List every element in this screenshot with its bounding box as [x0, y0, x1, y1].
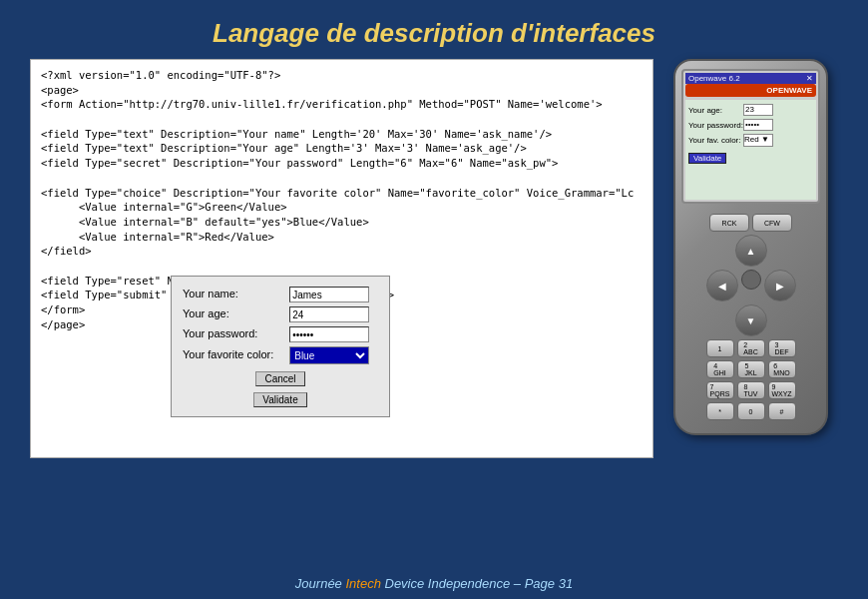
phone-validate-button[interactable]: Validate: [688, 153, 726, 164]
footer-highlight: Intech: [345, 576, 380, 591]
keypad-row-1: 1 2ABC 3DEF: [683, 339, 818, 357]
phone-row-color: Your fav. color: Red ▼: [688, 134, 813, 147]
phone-close-icon[interactable]: ✕: [806, 74, 813, 83]
phone-body: Openwave 6.2 ✕ OPENWAVE Your age: 23 You…: [673, 59, 828, 435]
keypad-btn-4[interactable]: 4GHI: [706, 360, 734, 378]
phone-label-age: Your age:: [688, 106, 743, 115]
keypad-row-nav-lr: ◀ ▶: [683, 270, 818, 301]
keypad-row-4: * 0 #: [683, 402, 818, 420]
keypad-btn-cfw[interactable]: CFW: [752, 214, 792, 232]
form-input-age[interactable]: [289, 306, 369, 322]
keypad-btn-3[interactable]: 3DEF: [768, 339, 796, 357]
keypad-btn-1[interactable]: 1: [706, 339, 734, 357]
phone-brand: OPENWAVE: [685, 84, 816, 97]
keypad-btn-star[interactable]: *: [706, 402, 734, 420]
phone-container: Openwave 6.2 ✕ OPENWAVE Your age: 23 You…: [663, 59, 838, 458]
phone-input-password[interactable]: •••••: [743, 119, 773, 131]
keypad-btn-rck[interactable]: RCK: [709, 214, 749, 232]
keypad-btn-2[interactable]: 2ABC: [737, 339, 765, 357]
keypad-row-nav-down: ▼: [683, 304, 818, 336]
phone-keypad: RCK CFW ▲ ◀ ▶ ▼ 1 2ABC 3DEF: [681, 210, 820, 425]
keypad-btn-0[interactable]: 0: [737, 402, 765, 420]
keypad-btn-9[interactable]: 9WXYZ: [768, 381, 796, 399]
phone-select-color[interactable]: Red ▼: [743, 134, 773, 147]
footer-text-post: Device Independence: [381, 576, 514, 591]
form-label-color: Your favorite color:: [180, 344, 286, 366]
form-label-age: Your age:: [180, 304, 286, 324]
keypad-row-2: 4GHI 5JKL 6MNO: [683, 360, 818, 378]
phone-label-color: Your fav. color:: [688, 136, 743, 145]
nav-cluster: ▲: [683, 235, 818, 267]
keypad-btn-5[interactable]: 5JKL: [737, 360, 765, 378]
form-label-password: Your password:: [180, 324, 286, 344]
xml-panel: <?xml version="1.0" encoding="UTF-8"?> <…: [30, 59, 653, 458]
nav-up-btn[interactable]: ▲: [735, 235, 767, 267]
keypad-btn-7[interactable]: 7PQRS: [706, 381, 734, 399]
nav-right-btn[interactable]: ▶: [764, 270, 796, 301]
form-input-password[interactable]: [289, 326, 369, 342]
form-row-age: Your age:: [180, 304, 381, 324]
page-title: Langage de description d'interfaces: [0, 0, 868, 59]
footer-text-pre: Journée: [295, 576, 346, 591]
phone-brand-text: OPENWAVE: [766, 86, 812, 95]
keypad-btn-hash[interactable]: #: [768, 402, 796, 420]
phone-input-age[interactable]: 23: [743, 104, 773, 116]
phone-label-password: Your password:: [688, 121, 743, 130]
nav-left-btn[interactable]: ◀: [706, 270, 738, 301]
footer-page: – Page 31: [514, 576, 573, 591]
form-label-name: Your name:: [180, 285, 286, 304]
form-select-color[interactable]: Blue Green Red: [289, 346, 369, 364]
nav-center-btn[interactable]: [741, 270, 761, 290]
keypad-row-top: RCK CFW: [683, 214, 818, 232]
phone-row-age: Your age: 23: [688, 104, 813, 116]
form-row-name: Your name:: [180, 285, 381, 304]
keypad-row-3: 7PQRS 8TUV 9WXYZ: [683, 381, 818, 399]
phone-title-text: Openwave 6.2: [688, 74, 740, 83]
footer: Journée Intech Device Independence – Pag…: [0, 576, 868, 591]
web-form-mockup: Your name: Your age: Your password: Your…: [171, 276, 390, 417]
phone-screen-body: Your age: 23 Your password: ••••• Your f…: [685, 100, 816, 200]
phone-titlebar: Openwave 6.2 ✕: [685, 73, 816, 84]
keypad-btn-8[interactable]: 8TUV: [737, 381, 765, 399]
form-input-name[interactable]: [289, 287, 369, 302]
form-validate-button[interactable]: Validate: [253, 392, 306, 407]
form-cancel-button[interactable]: Cancel: [255, 371, 304, 386]
form-row-color: Your favorite color: Blue Green Red: [180, 344, 381, 366]
nav-down-btn[interactable]: ▼: [735, 304, 767, 336]
phone-screen: Openwave 6.2 ✕ OPENWAVE Your age: 23 You…: [681, 69, 820, 204]
keypad-btn-6[interactable]: 6MNO: [768, 360, 796, 378]
phone-row-password: Your password: •••••: [688, 119, 813, 131]
form-row-password: Your password:: [180, 324, 381, 344]
